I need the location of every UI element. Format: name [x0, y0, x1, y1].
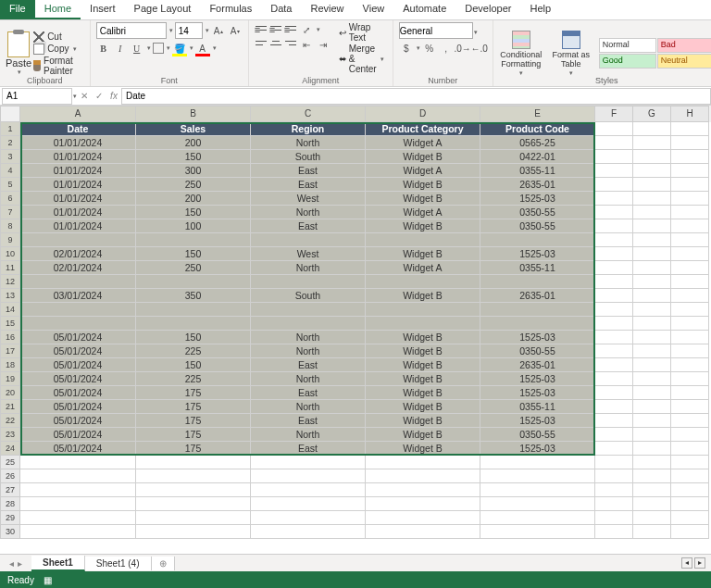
cell[interactable] [251, 317, 366, 331]
col-header-H[interactable]: H [671, 106, 709, 122]
cell[interactable]: 150 [136, 206, 251, 219]
accessibility-icon[interactable]: ▦ [44, 575, 52, 585]
cell[interactable] [251, 497, 366, 511]
cell[interactable]: South [251, 150, 366, 164]
cell[interactable]: 0355-11 [480, 164, 595, 178]
cell[interactable] [20, 483, 136, 497]
cell[interactable] [633, 400, 671, 414]
cell[interactable] [20, 233, 136, 247]
cell[interactable] [595, 303, 633, 317]
cell[interactable] [595, 497, 633, 511]
cell[interactable]: Widget B [366, 400, 480, 414]
cell[interactable] [595, 331, 633, 344]
style-neutral[interactable]: Neutral [657, 54, 711, 69]
cell[interactable] [595, 483, 633, 497]
cell[interactable]: Widget B [366, 289, 480, 303]
cell[interactable]: 175 [136, 400, 251, 414]
sheet-nav-prev-icon[interactable]: ◂ [9, 558, 14, 569]
cell[interactable] [366, 303, 480, 317]
cell[interactable] [671, 247, 709, 261]
align-middle-button[interactable]: ≡ [269, 24, 282, 35]
table-header-cell[interactable]: Sales [136, 122, 251, 136]
cell[interactable]: North [251, 261, 366, 275]
cell[interactable]: 1525-03 [480, 372, 595, 386]
cell[interactable] [595, 372, 633, 386]
cell[interactable] [633, 303, 671, 317]
cell[interactable]: East [251, 164, 366, 178]
align-bottom-button[interactable]: ≡ [284, 24, 297, 35]
cell[interactable] [20, 303, 136, 317]
cell[interactable] [671, 400, 709, 414]
cell[interactable] [366, 469, 480, 483]
table-header-cell[interactable]: Product Category [366, 122, 480, 136]
cell[interactable]: East [251, 442, 366, 456]
cell[interactable]: Widget B [366, 192, 480, 206]
row-header[interactable]: 3 [0, 150, 20, 164]
cell[interactable]: Widget A [366, 136, 480, 150]
cell[interactable] [633, 233, 671, 247]
cell[interactable] [633, 275, 671, 289]
row-header[interactable]: 9 [0, 233, 20, 247]
cell[interactable] [633, 136, 671, 150]
cell[interactable] [633, 289, 671, 303]
cell[interactable] [595, 150, 633, 164]
row-header[interactable]: 17 [0, 344, 20, 358]
hscroll-right-icon[interactable]: ▸ [694, 557, 705, 569]
cell[interactable] [633, 442, 671, 456]
cell[interactable]: Widget A [366, 164, 480, 178]
cell[interactable] [671, 456, 709, 469]
row-header[interactable]: 7 [0, 206, 20, 219]
cell[interactable] [633, 247, 671, 261]
cell[interactable]: 02/01/2024 [20, 261, 136, 275]
cell[interactable] [671, 122, 709, 136]
cell[interactable]: Widget B [366, 344, 480, 358]
cell[interactable]: 03/01/2024 [20, 289, 136, 303]
cell[interactable]: 05/01/2024 [20, 344, 136, 358]
col-header-G[interactable]: G [633, 106, 671, 122]
cell[interactable] [633, 428, 671, 442]
cell[interactable]: 1525-03 [480, 331, 595, 344]
cell[interactable] [671, 358, 709, 372]
cell[interactable] [671, 136, 709, 150]
cell[interactable] [480, 497, 595, 511]
cell[interactable] [595, 192, 633, 206]
row-header[interactable]: 24 [0, 442, 20, 456]
cell[interactable] [480, 317, 595, 331]
cell[interactable] [633, 150, 671, 164]
row-header[interactable]: 11 [0, 261, 20, 275]
cell[interactable] [633, 483, 671, 497]
cell[interactable]: 300 [136, 164, 251, 178]
cell[interactable] [633, 525, 671, 539]
font-size-select[interactable] [175, 22, 203, 39]
row-header[interactable]: 15 [0, 317, 20, 331]
cell[interactable]: 1525-03 [480, 414, 595, 428]
cut-button[interactable]: Cut [33, 31, 84, 43]
fx-icon[interactable]: fx [106, 91, 121, 101]
cell[interactable]: 250 [136, 178, 251, 192]
cell[interactable]: 0355-11 [480, 400, 595, 414]
cell[interactable] [480, 511, 595, 525]
cell[interactable]: 200 [136, 192, 251, 206]
cell[interactable]: Widget B [366, 428, 480, 442]
cell[interactable]: Widget A [366, 261, 480, 275]
conditional-formatting-button[interactable]: Conditional Formatting▾ [499, 31, 543, 76]
cell[interactable] [671, 164, 709, 178]
cell[interactable] [671, 233, 709, 247]
cell[interactable]: Widget A [366, 206, 480, 219]
cell[interactable]: 0422-01 [480, 150, 595, 164]
row-header[interactable]: 29 [0, 511, 20, 525]
wrap-text-button[interactable]: ↩Wrap Text [336, 22, 387, 43]
tab-help[interactable]: Help [520, 0, 560, 19]
cell[interactable]: 150 [136, 358, 251, 372]
cell[interactable] [595, 344, 633, 358]
decrease-indent-button[interactable]: ⇤ [299, 37, 314, 52]
table-header-cell[interactable]: Product Code [480, 122, 595, 136]
decrease-decimal-button[interactable]: ←.0 [472, 41, 487, 56]
hscroll-left-icon[interactable]: ◂ [681, 557, 692, 569]
cell[interactable] [480, 483, 595, 497]
row-header[interactable]: 8 [0, 219, 20, 233]
cell[interactable]: 1525-03 [480, 247, 595, 261]
cell[interactable] [633, 358, 671, 372]
style-bad[interactable]: Bad [657, 38, 711, 53]
cell[interactable]: East [251, 358, 366, 372]
